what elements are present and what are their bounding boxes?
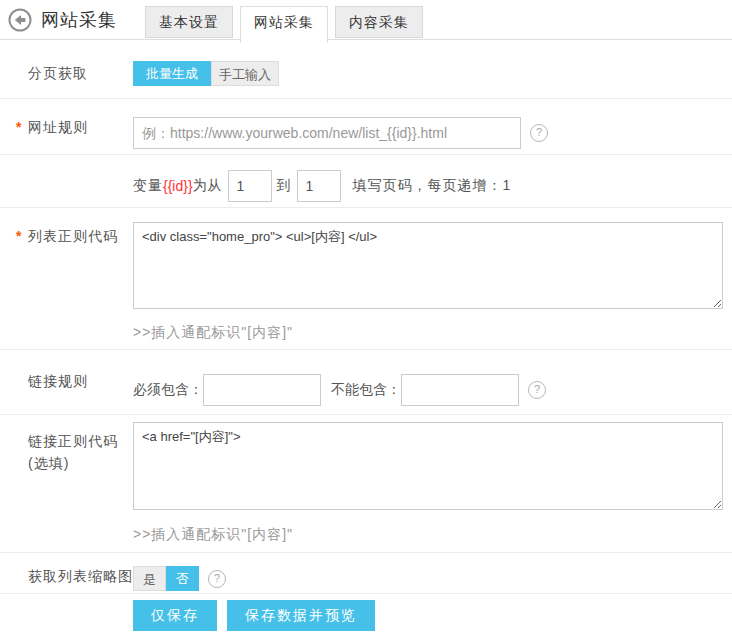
not-contain-input[interactable] — [401, 374, 519, 406]
thumbnail-label: 获取列表缩略图 — [0, 564, 133, 593]
save-preview-button[interactable]: 保存数据并预览 — [227, 600, 375, 631]
page-title: 网站采集 — [41, 8, 117, 32]
row-link-regex: 链接正则代码 (选填) <a href="[内容]"> >>插入通配标识"[内容… — [0, 415, 732, 553]
must-contain-label: 必须包含： — [133, 381, 203, 399]
required-asterisk: * — [16, 226, 22, 246]
link-regex-textarea[interactable]: <a href="[内容]"> — [133, 422, 723, 510]
row-list-regex: * 列表正则代码 <div class="home_pro"> <ul>[内容]… — [0, 208, 732, 350]
row-url-rule: * 网址规则 ? — [0, 99, 732, 155]
thumbnail-no-option[interactable]: 否 — [166, 566, 199, 591]
url-rule-label: 网址规则 — [28, 119, 88, 135]
variable-suffix-text: 填写页码，每页递增：1 — [353, 177, 512, 195]
variable-prefix-text: 变量 — [133, 177, 163, 195]
batch-generate-option[interactable]: 批量生成 — [133, 61, 211, 86]
tab-content-collect[interactable]: 内容采集 — [335, 6, 423, 38]
pagination-label: 分页获取 — [0, 61, 133, 98]
url-rule-help-icon[interactable]: ? — [530, 124, 548, 142]
link-regex-label-note: (选填) — [28, 452, 133, 474]
row-link-rule: 链接规则 必须包含： 不能包含： ? — [0, 350, 732, 415]
required-asterisk: * — [16, 111, 22, 143]
url-rule-input[interactable] — [133, 117, 521, 149]
variable-to-text: 到 — [277, 177, 292, 195]
link-rule-help-icon[interactable]: ? — [528, 381, 546, 399]
tab-bar: 基本设置 网站采集 内容采集 — [145, 6, 423, 43]
page-from-input[interactable] — [228, 170, 272, 202]
thumbnail-yes-option[interactable]: 是 — [133, 566, 166, 591]
pagination-toggle: 批量生成 手工输入 — [133, 61, 279, 86]
manual-input-option[interactable]: 手工输入 — [211, 61, 279, 86]
list-regex-label: 列表正则代码 — [28, 228, 118, 244]
link-regex-label: 链接正则代码 — [28, 430, 133, 452]
row-pagination: 分页获取 批量生成 手工输入 — [0, 40, 732, 99]
tab-site-collect[interactable]: 网站采集 — [240, 6, 328, 43]
insert-token-link-link[interactable]: >>插入通配标识"[内容]" — [133, 526, 293, 544]
must-contain-input[interactable] — [203, 374, 321, 406]
variable-middle-text: 为从 — [193, 177, 223, 195]
header: 网站采集 基本设置 网站采集 内容采集 — [0, 0, 732, 40]
back-icon[interactable] — [8, 8, 32, 32]
thumbnail-help-icon[interactable]: ? — [208, 570, 226, 588]
thumbnail-toggle: 是 否 — [133, 566, 199, 591]
row-thumbnail: 获取列表缩略图 是 否 ? — [0, 553, 732, 594]
variable-token-text: {{id}} — [163, 178, 193, 194]
save-button[interactable]: 仅保存 — [133, 600, 217, 631]
row-variable: 变量{{id}}为从 到 填写页码，每页递增：1 — [0, 155, 732, 208]
not-contain-label: 不能包含： — [331, 381, 401, 399]
list-regex-textarea[interactable]: <div class="home_pro"> <ul>[内容] </ul> — [133, 222, 723, 309]
row-actions: 仅保存 保存数据并预览 — [0, 594, 732, 634]
page-to-input[interactable] — [297, 170, 341, 202]
tab-basic-settings[interactable]: 基本设置 — [145, 6, 233, 38]
insert-token-link-list[interactable]: >>插入通配标识"[内容]" — [133, 324, 293, 342]
link-rule-label: 链接规则 — [0, 365, 133, 414]
